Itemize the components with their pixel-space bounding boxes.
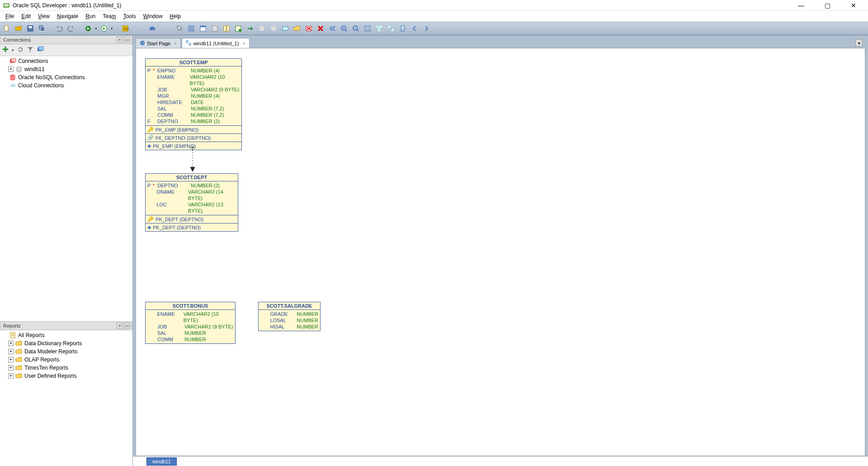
merge-tool[interactable] (233, 24, 243, 33)
fit-tool[interactable] (363, 24, 373, 33)
svg-rect-47 (392, 29, 394, 31)
status-connection[interactable]: windb11 (146, 457, 177, 466)
close-icon[interactable]: × (242, 41, 245, 46)
layout-tool-2[interactable] (386, 24, 396, 33)
menu-team[interactable]: Team (99, 12, 119, 20)
nosql-connections[interactable]: Oracle NoSQL Connections (0, 73, 132, 81)
svg-rect-29 (283, 27, 288, 30)
delete-tool[interactable] (304, 24, 314, 33)
tabs-dropdown[interactable]: ▾ (855, 39, 863, 47)
menu-tools[interactable]: Tools (120, 12, 140, 20)
grid-tool[interactable] (186, 24, 196, 33)
open-button[interactable] (14, 24, 24, 33)
subview-tool[interactable] (280, 24, 290, 33)
tab-diagram[interactable]: windb11 (Untitled_1) × (182, 38, 249, 48)
table-scott-bonus[interactable]: SCOTT.BONUS ENAMEVARCHAR2 (10 BYTE)JOBVA… (145, 302, 236, 344)
menu-help[interactable]: Help (166, 12, 184, 20)
cloud-connections[interactable]: Cloud Connections (0, 81, 132, 90)
diagram-canvas[interactable]: SCOTT.EMP P*EMPNONUMBER (4)ENAMEVARCHAR2… (136, 48, 865, 456)
menu-run[interactable]: Run (82, 12, 99, 20)
layout-tool-1[interactable] (374, 24, 384, 33)
expander-icon[interactable]: + (8, 67, 14, 72)
column-row: SALNUMBER (146, 330, 235, 336)
panel-restore-icon[interactable]: ▭ (124, 37, 130, 43)
report-item[interactable]: +Data Dictionary Reports (0, 339, 132, 347)
new-folder-tool[interactable] (292, 24, 302, 33)
reports-root[interactable]: All Reports (0, 331, 132, 339)
svg-line-48 (391, 28, 392, 29)
undo-button[interactable] (54, 24, 64, 33)
binoculars-icon[interactable] (147, 24, 157, 33)
forward-arrow[interactable] (421, 24, 431, 33)
refresh-connections-button[interactable] (17, 46, 24, 54)
disabled-tool-1 (257, 24, 267, 33)
help-icon: ? (140, 40, 145, 47)
split-tool[interactable] (222, 24, 231, 33)
column-row: MGRNUMBER (4) (146, 93, 241, 99)
debug-dropdown[interactable]: ▾ (111, 26, 113, 31)
cancel-tool[interactable] (316, 24, 326, 33)
panel-min-icon[interactable]: × (117, 323, 123, 329)
menu-edit[interactable]: Edit (18, 12, 34, 20)
expander-icon[interactable]: + (8, 341, 14, 346)
relation-arrow (188, 147, 197, 174)
expander-icon[interactable]: + (8, 373, 14, 379)
save-all-button[interactable] (37, 24, 47, 33)
svg-rect-2 (4, 5, 9, 6)
table-scott-salgrade[interactable]: SCOTT.SALGRADE GRADENUMBERLOSALNUMBERHIS… (258, 302, 321, 331)
column-row: P*DEPTNONUMBER (2) (146, 182, 238, 189)
table-scott-dept[interactable]: SCOTT.DEPT P*DEPTNONUMBER (2)DNAMEVARCHA… (145, 173, 238, 232)
expander-icon[interactable]: + (8, 349, 14, 354)
panel-min-icon[interactable]: × (117, 37, 123, 43)
rewind-tool[interactable] (327, 24, 337, 33)
panel-restore-icon[interactable]: ▭ (124, 323, 130, 329)
layout-tool-3[interactable] (398, 24, 408, 33)
report-item[interactable]: +TimesTen Reports (0, 364, 132, 372)
debug-button[interactable] (99, 24, 109, 33)
index-icon: ◆ (147, 224, 151, 230)
connections-root[interactable]: Connections (0, 57, 132, 65)
svg-rect-49 (401, 26, 405, 31)
save-button[interactable] (25, 24, 35, 33)
zoom-out-tool[interactable] (351, 24, 361, 33)
table-tool[interactable] (198, 24, 208, 33)
report-item[interactable]: +OLAP Reports (0, 356, 132, 364)
report-item[interactable]: +User Defined Reports (0, 372, 132, 380)
maximize-button[interactable]: ▢ (819, 0, 835, 11)
expander-icon[interactable]: + (8, 357, 14, 362)
menu-view[interactable]: View (34, 12, 53, 20)
pk-row: 🔑 PK_DEPT (DEPTNO) (146, 215, 238, 223)
svg-text:?: ? (142, 41, 144, 45)
report-item[interactable]: +Data Modeler Reports (0, 347, 132, 356)
pointer-tool[interactable] (175, 24, 184, 33)
svg-text:SQL: SQL (123, 27, 129, 31)
sql-worksheet-button[interactable]: SQL (120, 24, 130, 33)
back-arrow[interactable] (410, 24, 420, 33)
view-tool[interactable] (210, 24, 220, 33)
redo-button[interactable] (66, 24, 76, 33)
svg-rect-21 (200, 26, 206, 27)
menu-file[interactable]: File (2, 12, 18, 20)
run-dropdown[interactable]: ▾ (95, 26, 97, 31)
close-button[interactable]: ✕ (845, 0, 862, 11)
new-button[interactable] (2, 24, 12, 33)
table-scott-emp[interactable]: SCOTT.EMP P*EMPNONUMBER (4)ENAMEVARCHAR2… (145, 58, 242, 150)
expander-icon[interactable]: + (8, 365, 14, 371)
new-connection-dropdown[interactable]: ▾ (12, 48, 14, 52)
minimize-button[interactable]: — (793, 0, 809, 11)
close-icon[interactable]: × (174, 41, 177, 46)
menubar: File Edit View Navigate Run Team Tools W… (0, 11, 868, 22)
menu-navigate[interactable]: Navigate (53, 12, 82, 20)
zoom-in-tool[interactable] (339, 24, 349, 33)
nosql-icon (9, 74, 16, 81)
connection-windb11[interactable]: + windb11 (0, 65, 132, 73)
filter-button[interactable] (27, 46, 34, 54)
connections-root-label: Connections (18, 58, 48, 64)
new-connection-button[interactable] (2, 46, 9, 54)
tab-start-page[interactable]: ? Start Page × (136, 38, 181, 48)
link-tool[interactable] (245, 24, 255, 33)
run-button[interactable] (83, 24, 93, 33)
menu-window[interactable]: Window (140, 12, 166, 20)
report-label: OLAP Reports (24, 357, 59, 363)
tns-button[interactable] (37, 46, 44, 54)
